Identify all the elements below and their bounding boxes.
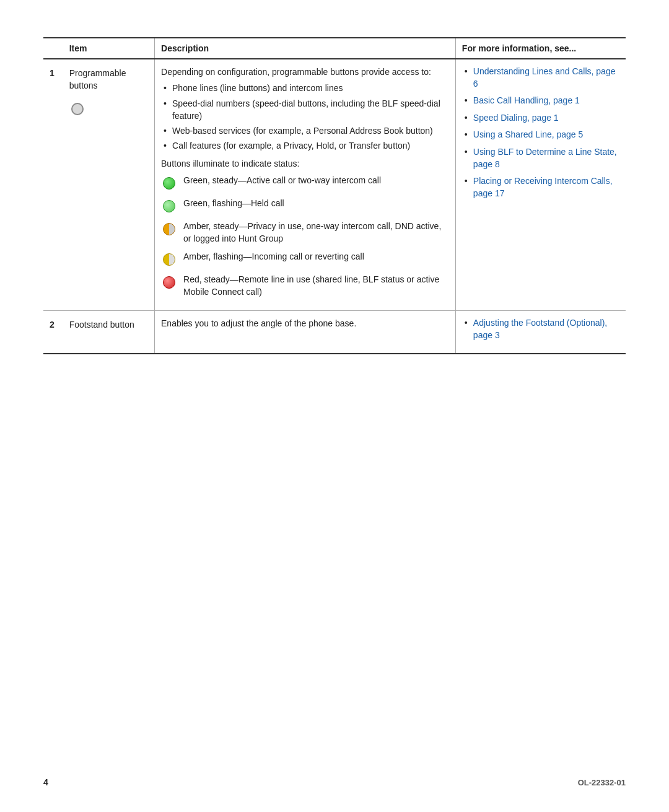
green-flash-dot (163, 200, 175, 212)
amber-flash-icon (161, 251, 177, 268)
link-understanding-lines[interactable]: Understanding Lines and Calls, page 6 (473, 66, 616, 89)
page-footer: 4 OL-22332-01 (43, 777, 626, 787)
main-table: Item Description For more information, s… (43, 37, 626, 354)
status-intro: Buttons illuminate to indicate status: (161, 157, 449, 170)
status-red-steady-text: Red, steady—Remote line in use (shared l… (183, 274, 449, 298)
link-footstand[interactable]: Adjusting the Footstand (Optional), page… (473, 318, 607, 340)
row1-item: Programmablebuttons (63, 59, 155, 311)
programmable-button-icon (69, 101, 85, 117)
row2-description: Enables you to adjust the angle of the p… (155, 311, 456, 354)
status-red-steady: Red, steady—Remote line in use (shared l… (161, 274, 449, 298)
status-green-flash-text: Green, flashing—Held call (183, 198, 449, 210)
col-header-num (43, 38, 63, 59)
status-green-steady-text: Green, steady—Active call or two-way int… (183, 175, 449, 187)
footer-doc-id: OL-22332-01 (578, 778, 626, 787)
button-outline-dot (71, 103, 84, 115)
list-item: Phone lines (line buttons) and intercom … (161, 82, 449, 94)
table-row: 2 Footstand button Enables you to adjust… (43, 311, 626, 354)
row1-description: Depending on configuration, programmable… (155, 59, 456, 311)
status-green-flash: Green, flashing—Held call (161, 198, 449, 214)
status-amber-flash-text: Amber, flashing—Incoming call or reverti… (183, 251, 449, 263)
row2-info-links: Adjusting the Footstand (Optional), page… (462, 317, 619, 341)
amber-flash-dot (163, 253, 175, 266)
col-header-description: Description (155, 38, 456, 59)
list-item: Web-based services (for example, a Perso… (161, 124, 449, 137)
list-item: Call features (for example, a Privacy, H… (161, 139, 449, 152)
list-item: Understanding Lines and Calls, page 6 (462, 66, 619, 90)
status-amber-steady: Amber, steady—Privacy in use, one-way in… (161, 220, 449, 245)
row2-links: Adjusting the Footstand (Optional), page… (455, 311, 626, 354)
green-steady-icon (161, 175, 177, 191)
status-amber-steady-text: Amber, steady—Privacy in use, one-way in… (183, 220, 449, 245)
row1-number: 1 (43, 59, 63, 311)
link-basic-call-handling[interactable]: Basic Call Handling, page 1 (473, 95, 580, 105)
feature-bullets: Phone lines (line buttons) and intercom … (161, 82, 449, 152)
list-item: Using BLF to Determine a Line State, pag… (462, 146, 619, 170)
col-header-item: Item (63, 38, 155, 59)
description-intro: Depending on configuration, programmable… (161, 66, 449, 78)
list-item: Using a Shared Line, page 5 (462, 129, 619, 141)
green-steady-dot (163, 177, 175, 190)
link-shared-line[interactable]: Using a Shared Line, page 5 (473, 129, 583, 139)
row1-links: Understanding Lines and Calls, page 6 Ba… (455, 59, 626, 311)
row2-item: Footstand button (63, 311, 155, 354)
row2-number: 2 (43, 311, 63, 354)
status-green-steady: Green, steady—Active call or two-way int… (161, 175, 449, 191)
list-item: Speed-dial numbers (speed-dial buttons, … (161, 97, 449, 123)
row1-info-links: Understanding Lines and Calls, page 6 Ba… (462, 66, 619, 199)
red-steady-icon (161, 274, 177, 290)
page-wrapper: Item Description For more information, s… (0, 0, 669, 404)
amber-steady-icon (161, 221, 177, 237)
amber-steady-dot (163, 223, 175, 235)
table-row: 1 Programmablebuttons Depending on confi… (43, 59, 626, 311)
red-steady-dot (163, 276, 175, 289)
green-flash-icon (161, 198, 177, 214)
list-item: Placing or Receiving Intercom Calls, pag… (462, 175, 619, 199)
list-item: Speed Dialing, page 1 (462, 112, 619, 124)
item-label: Programmablebuttons (69, 67, 148, 92)
status-amber-flash: Amber, flashing—Incoming call or reverti… (161, 251, 449, 268)
link-placing-receiving[interactable]: Placing or Receiving Intercom Calls, pag… (473, 176, 613, 198)
col-header-info: For more information, see... (455, 38, 626, 59)
link-using-blf[interactable]: Using BLF to Determine a Line State, pag… (473, 147, 617, 169)
link-speed-dialing[interactable]: Speed Dialing, page 1 (473, 113, 559, 123)
list-item: Basic Call Handling, page 1 (462, 95, 619, 107)
table-header-row: Item Description For more information, s… (43, 38, 626, 59)
footer-page-number: 4 (43, 777, 48, 787)
list-item: Adjusting the Footstand (Optional), page… (462, 317, 619, 341)
status-list: Green, steady—Active call or two-way int… (161, 175, 449, 298)
